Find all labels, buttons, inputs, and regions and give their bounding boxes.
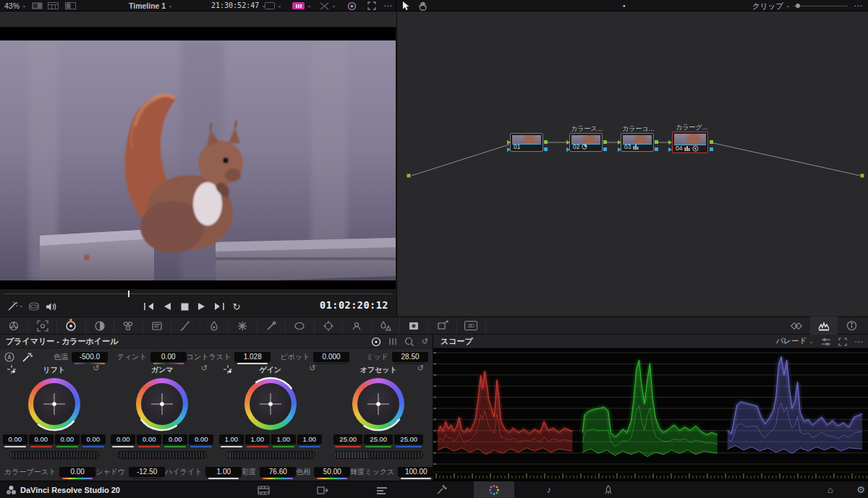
scope-settings-icon[interactable] <box>821 338 831 346</box>
edit-page-button[interactable] <box>363 481 401 498</box>
offset-green-value[interactable]: 25.00 <box>364 434 393 445</box>
info-icon[interactable] <box>838 317 865 335</box>
scopes-icon[interactable] <box>810 317 838 335</box>
lift-blue-value[interactable]: 0.00 <box>81 434 106 445</box>
split-screen-dropdown[interactable]: ⌄ <box>320 0 336 12</box>
white-point-picker-icon[interactable] <box>224 365 232 374</box>
timeline-selector[interactable]: Timeline 1 ⌄ <box>129 0 173 12</box>
node-zoom-slider-thumb[interactable] <box>796 4 800 8</box>
highlights-field[interactable]: 1.00 <box>205 467 242 477</box>
node-key-input[interactable] <box>507 147 511 152</box>
node-key-input[interactable] <box>668 147 672 152</box>
black-point-picker-icon[interactable] <box>7 365 16 374</box>
audio-mute-icon[interactable] <box>45 300 58 313</box>
magic-mask-icon[interactable] <box>343 317 372 334</box>
gallery-toggle-icon[interactable] <box>32 0 43 12</box>
lift-master-value[interactable]: 0.00 <box>3 434 27 445</box>
gain-reset-icon[interactable]: ↺ <box>309 364 315 373</box>
play-reverse-button[interactable] <box>161 300 174 313</box>
gain-red-value[interactable]: 1.00 <box>245 434 270 445</box>
node-zoom-slider[interactable] <box>793 6 848 7</box>
lift-color-wheel[interactable] <box>27 377 82 432</box>
viewer-video[interactable] <box>0 40 396 280</box>
media-page-button[interactable] <box>244 481 282 498</box>
viewer-zoom-dropdown[interactable]: 43% ⌄ <box>4 0 27 12</box>
cut-page-button[interactable] <box>304 481 341 498</box>
media-pool-toggle-icon[interactable] <box>65 0 76 12</box>
refine-mesh-icon[interactable] <box>229 317 258 334</box>
deliver-page-button[interactable] <box>590 481 627 498</box>
offset-reset-icon[interactable]: ↺ <box>417 364 424 373</box>
node-rgb-output[interactable] <box>603 140 607 144</box>
lift-master-wheel[interactable] <box>9 451 99 459</box>
gain-color-wheel[interactable] <box>243 377 298 432</box>
wipe-mode-icon[interactable] <box>27 300 41 313</box>
color-wheels-icon[interactable] <box>57 317 86 334</box>
motion-effects-icon[interactable] <box>143 317 172 334</box>
qualifier-icon[interactable] <box>258 317 286 334</box>
node-key-output[interactable] <box>603 147 607 151</box>
mid-field[interactable]: 28.50 <box>392 352 428 362</box>
lut-browser-toggle-icon[interactable] <box>48 0 59 12</box>
lut-preview-dropdown[interactable]: ⌄ <box>265 0 282 12</box>
node-key-output[interactable] <box>655 147 658 151</box>
offset-master-wheel[interactable] <box>333 451 423 459</box>
node-rgb-input[interactable] <box>507 140 511 145</box>
node-rgb-input[interactable] <box>668 140 672 145</box>
scrubber-track[interactable] <box>4 293 391 294</box>
node-graph-panel[interactable]: 01 カラース... 02 カラーコ... 03 <box>396 12 868 316</box>
scope-mode-dropdown[interactable]: パレード ⌄ <box>776 336 814 348</box>
keyframes-icon[interactable] <box>783 317 810 335</box>
image-wipe-icon[interactable] <box>347 0 357 12</box>
gamma-master-value[interactable]: 0.00 <box>111 434 135 445</box>
shadows-field[interactable]: -12.50 <box>129 467 165 477</box>
node-rgb-output[interactable] <box>710 140 713 144</box>
viewer-scrubber[interactable] <box>0 289 396 298</box>
node-key-input[interactable] <box>618 147 621 152</box>
lift-green-value[interactable]: 0.00 <box>55 434 80 445</box>
node-key-output[interactable] <box>710 147 713 151</box>
camera-raw-icon[interactable] <box>0 317 29 334</box>
node-01[interactable]: 01 <box>510 133 543 152</box>
power-window-icon[interactable] <box>286 317 315 334</box>
parade-scope[interactable] <box>433 348 868 481</box>
timecode-dropdown[interactable]: 21:30:52:47 ⌄ <box>211 0 266 12</box>
wheels-view-icon[interactable] <box>371 337 381 347</box>
log-view-icon[interactable] <box>404 337 414 347</box>
grade-badge-dropdown[interactable]: ⌄ <box>292 0 312 12</box>
fairlight-page-button[interactable]: ♪ <box>530 481 568 498</box>
scope-expand-icon[interactable] <box>838 338 847 346</box>
gamma-red-value[interactable]: 0.00 <box>137 434 161 445</box>
node-view-mode-dropdown[interactable]: クリップ ⌄ <box>752 0 791 12</box>
hdr-grade-icon[interactable] <box>86 317 115 334</box>
enhanced-viewer-icon[interactable] <box>367 0 376 12</box>
offset-blue-value[interactable]: 25.00 <box>394 434 423 445</box>
sink-input-dot[interactable] <box>860 173 864 178</box>
scope-options-icon[interactable]: ⋯ <box>854 337 864 347</box>
color-boost-field[interactable]: 0.00 <box>59 467 95 477</box>
gain-master-wheel[interactable] <box>226 451 315 459</box>
hue-field[interactable]: 50.00 <box>314 467 350 477</box>
stereo-3d-icon[interactable]: 3D <box>457 317 486 334</box>
play-button[interactable] <box>195 300 208 313</box>
gain-blue-value[interactable]: 1.00 <box>297 434 322 445</box>
grab-still-icon[interactable] <box>6 300 19 313</box>
curves-icon[interactable] <box>171 317 200 334</box>
go-to-last-frame-button[interactable] <box>213 300 226 313</box>
go-to-first-frame-button[interactable] <box>142 300 155 313</box>
offset-red-value[interactable]: 25.00 <box>333 434 362 445</box>
gain-master-value[interactable]: 1.00 <box>219 434 244 445</box>
fusion-page-button[interactable] <box>422 481 460 498</box>
temp-field[interactable]: -500.0 <box>72 352 108 362</box>
home-button[interactable]: ⌂ <box>819 481 842 498</box>
offset-color-wheel[interactable] <box>351 377 406 432</box>
color-match-icon[interactable] <box>29 317 58 334</box>
chevron-down-icon[interactable]: ⌄ <box>19 300 24 312</box>
stop-button[interactable] <box>178 300 191 313</box>
tint-field[interactable]: 0.00 <box>150 352 187 362</box>
pointer-tool-icon[interactable] <box>402 0 410 12</box>
node-graph-options-icon[interactable]: ⋯ <box>854 0 863 12</box>
loop-playback-icon[interactable]: ↻ <box>230 300 243 313</box>
node-key-input[interactable] <box>566 147 570 152</box>
gamma-blue-value[interactable]: 0.00 <box>189 434 213 445</box>
